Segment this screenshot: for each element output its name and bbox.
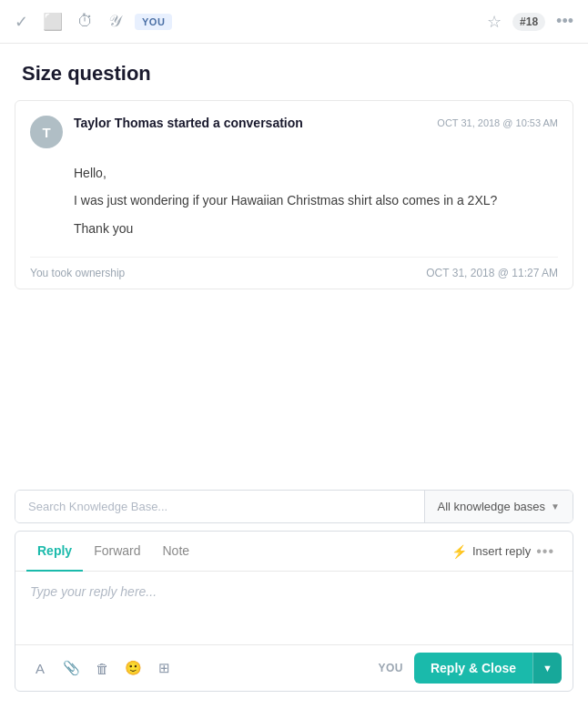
body-line3: Thank you (74, 218, 558, 238)
ownership-text: You took ownership (30, 267, 125, 279)
page-title: Size question (0, 44, 588, 100)
kb-search-input[interactable] (15, 491, 424, 522)
insert-reply-btn[interactable]: ⚡ Insert reply ••• (444, 543, 562, 560)
conversation-card: T Taylor Thomas started a conversation O… (15, 100, 573, 289)
body-line1: Hello, (74, 163, 558, 183)
text-format-icon[interactable]: A (26, 654, 54, 682)
star-icon[interactable]: ☆ (487, 12, 502, 32)
filter-icon[interactable]: 𝒴 (108, 12, 120, 31)
top-toolbar: ✓ ⬜ ⏱ 𝒴 YOU ☆ #18 ••• (0, 0, 588, 44)
reply-editor[interactable]: Type your reply here... (15, 572, 573, 644)
conversation-meta: Taylor Thomas started a conversation (74, 116, 426, 130)
body-line2: I was just wondering if your Hawaiian Ch… (74, 190, 558, 210)
check-icon[interactable]: ✓ (15, 12, 28, 32)
grid-icon[interactable]: ⊞ (150, 654, 177, 682)
ownership-row: You took ownership OCT 31, 2018 @ 11:27 … (15, 258, 573, 289)
delete-icon[interactable]: 🗑 (88, 654, 116, 682)
editor-placeholder: Type your reply here... (30, 584, 157, 599)
dots-icon: ••• (536, 543, 554, 560)
tab-note[interactable]: Note (151, 532, 200, 572)
ticket-badge[interactable]: #18 (512, 13, 545, 31)
conversation-timestamp: OCT 31, 2018 @ 10:53 AM (437, 116, 558, 128)
avatar: T (30, 116, 63, 148)
attach-icon[interactable]: 📎 (57, 654, 85, 682)
chat-icon[interactable]: ⬜ (43, 12, 63, 32)
reply-area: Reply Forward Note ⚡ Insert reply ••• Ty… (15, 531, 573, 692)
reply-toolbar-bottom: A 📎 🗑 🙂 ⊞ YOU Reply & Close ▼ (15, 644, 573, 691)
you-badge[interactable]: YOU (135, 14, 172, 30)
kb-dropdown-label: All knowledge bases (438, 500, 546, 513)
tab-forward[interactable]: Forward (83, 532, 151, 572)
kb-search-row: All knowledge bases ▼ (15, 490, 573, 523)
conversation-header: T Taylor Thomas started a conversation O… (15, 101, 573, 163)
kb-dropdown-btn[interactable]: All knowledge bases ▼ (424, 491, 573, 522)
toolbar-left: ✓ ⬜ ⏱ 𝒴 YOU (15, 12, 472, 32)
reply-close-group: Reply & Close ▼ (414, 653, 562, 684)
chevron-down-icon: ▼ (551, 501, 560, 511)
tab-reply[interactable]: Reply (26, 532, 83, 572)
conversation-body: Hello, I was just wondering if your Hawa… (15, 163, 573, 257)
toolbar-right: ☆ #18 ••• (487, 12, 573, 32)
insert-reply-label: Insert reply (472, 544, 531, 558)
emoji-icon[interactable]: 🙂 (119, 654, 147, 682)
spacer (0, 289, 588, 490)
more-icon[interactable]: ••• (556, 12, 573, 31)
conversation-author: Taylor Thomas started a conversation (74, 116, 303, 130)
reply-close-button[interactable]: Reply & Close (414, 653, 532, 684)
you-label: YOU (378, 662, 403, 674)
clock-icon[interactable]: ⏱ (77, 12, 94, 31)
ownership-timestamp: OCT 31, 2018 @ 11:27 AM (426, 267, 558, 279)
reply-tabs: Reply Forward Note ⚡ Insert reply ••• (15, 532, 573, 572)
reply-close-dropdown-button[interactable]: ▼ (532, 653, 562, 684)
lightning-icon: ⚡ (451, 544, 467, 559)
